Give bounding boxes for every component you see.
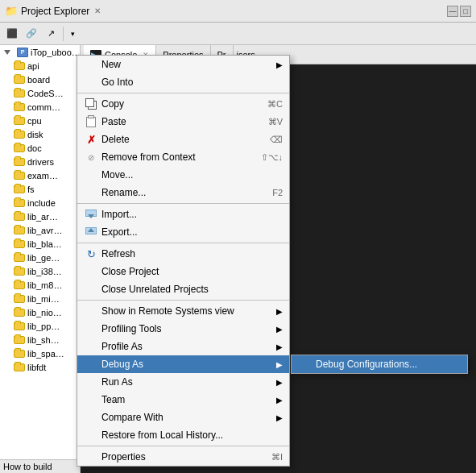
menu-item-profile-as[interactable]: Profile As ▶ [77,338,289,355]
folder-icon [13,102,26,113]
menu-item-delete[interactable]: ✗ Delete ⌫ [77,131,289,148]
menu-separator-1 [77,93,289,93]
list-item[interactable]: doc [0,141,80,155]
menu-item-copy[interactable]: Copy ⌘C [77,95,289,113]
list-item[interactable]: lib_avr… [0,223,80,237]
list-item[interactable]: lib_nio… [0,305,80,319]
collapse-all-button[interactable]: ⬛ [3,25,21,43]
title-bar-left: 📁 Project Explorer ✕ [5,5,101,17]
list-item[interactable]: CodeS… [0,86,80,100]
folder-icon [13,197,26,209]
list-item[interactable]: drivers [0,155,80,168]
menu-item-close-unrelated[interactable]: Close Unrelated Projects [77,280,289,298]
submenu-arrow-remote: ▶ [276,307,283,316]
menu-item-compare-with[interactable]: Compare With ▶ [77,409,289,426]
item-label: board [27,75,50,85]
folder-icon [13,74,26,85]
maximize-button[interactable]: □ [460,6,471,17]
delete-icon: ✗ [84,133,98,146]
folder-icon [13,225,26,236]
project-root-label: iTop_uboo… [31,48,81,57]
menu-label-close-project: Close Project [101,266,283,277]
list-item[interactable]: lib_ge… [0,251,80,264]
folder-icon [13,115,26,127]
folder-icon [13,143,26,154]
menu-label-run-as: Run As [101,376,270,388]
export-icon [84,226,98,239]
list-item[interactable]: include [0,196,80,210]
toolbar: ⬛ 🔗 ↗ ▾ [0,23,476,45]
menu-label-refresh: Refresh [101,248,283,259]
list-item[interactable]: lib_i38… [0,264,80,278]
tab-close-icon[interactable]: ✕ [94,6,101,15]
menu-item-properties[interactable]: Properties ⌘I [77,448,289,466]
menu-separator-3 [77,243,289,243]
menu-item-move[interactable]: Move... [77,166,289,184]
folder-icon [13,129,26,140]
menu-item-run-as[interactable]: Run As ▶ [77,373,289,391]
menu-item-profiling-tools[interactable]: Profiling Tools ▶ [77,320,289,338]
list-item[interactable]: lib_pp… [0,319,80,333]
list-item[interactable]: fs [0,182,80,196]
menu-separator-2 [77,203,289,204]
triangle-down-icon [2,47,14,58]
menu-item-import[interactable]: Import... [77,205,289,223]
menu-icon-debug-configs [298,358,313,371]
item-label: comm… [27,102,60,112]
menu-item-export[interactable]: Export... [77,223,289,241]
menu-icon-restore-history [84,429,98,442]
menu-separator-5 [77,446,289,446]
menu-item-rename[interactable]: Rename... F2 [77,184,289,201]
menu-item-debug-as[interactable]: Debug As ▶ Debug Configurations... [77,355,289,373]
how-to-build-label: How to build [3,462,52,471]
folder-icon [13,156,26,168]
menu-item-remove-context[interactable]: ⊘ Remove from Context ⇧⌥↓ [77,148,289,166]
item-label: CodeS… [27,89,64,98]
menu-label-properties: Properties [101,451,255,463]
menu-item-debug-configurations[interactable]: Debug Configurations... [292,355,467,373]
menu-icon-move [84,168,98,181]
list-item[interactable]: lib_mi… [0,292,80,305]
list-item[interactable]: exam… [0,168,80,182]
link-with-editor-button[interactable]: 🔗 [23,25,40,43]
list-item[interactable]: disk [0,127,80,141]
how-to-build-item[interactable]: How to build [0,459,80,473]
project-root-item[interactable]: P iTop_uboo… [0,45,80,59]
menu-label-restore-history: Restore from Local History... [101,429,283,441]
menu-item-go-into[interactable]: Go Into [77,73,289,91]
list-item[interactable]: lib_sh… [0,333,80,346]
menu-label-move: Move... [101,169,283,180]
list-item[interactable]: lib_bla… [0,237,80,251]
list-item[interactable]: comm… [0,100,80,114]
submenu-arrow-debug-as: ▶ [276,360,283,369]
menu-item-paste[interactable]: Paste ⌘V [77,113,289,131]
menu-label-compare-with: Compare With [101,412,270,423]
list-item[interactable]: libfdt [0,360,80,374]
minimize-button[interactable]: — [447,6,458,17]
expand-button[interactable]: ↗ [42,25,60,43]
folder-icon [13,293,26,305]
item-label: doc [27,143,42,153]
folder-icon [13,321,26,332]
menu-item-show-remote[interactable]: Show in Remote Systems view ▶ [77,302,289,320]
item-label: lib_avr… [27,226,62,235]
menu-item-refresh[interactable]: ↻ Refresh [77,245,289,263]
list-item[interactable]: lib_spa… [0,346,80,360]
menu-item-close-project[interactable]: Close Project [77,263,289,280]
toolbar-menu-chevron[interactable]: ▾ [67,25,78,43]
paste-icon [84,115,98,128]
menu-item-restore-history[interactable]: Restore from Local History... [77,426,289,444]
list-item[interactable]: board [0,73,80,86]
menu-item-team[interactable]: Team ▶ [77,391,289,409]
menu-item-new[interactable]: New ▶ [77,56,289,73]
folder-icon [13,88,26,99]
list-item[interactable]: api [0,59,80,73]
menu-icon-debug-as [84,358,98,371]
menu-label-debug-as: Debug As [101,359,270,370]
menu-icon-run-as [84,375,98,388]
list-item[interactable]: lib_m8… [0,278,80,292]
list-item[interactable]: lib_ar… [0,210,80,223]
list-item[interactable]: cpu [0,114,80,127]
menu-separator-4 [77,300,289,301]
submenu-arrow-profiling: ▶ [276,325,283,334]
